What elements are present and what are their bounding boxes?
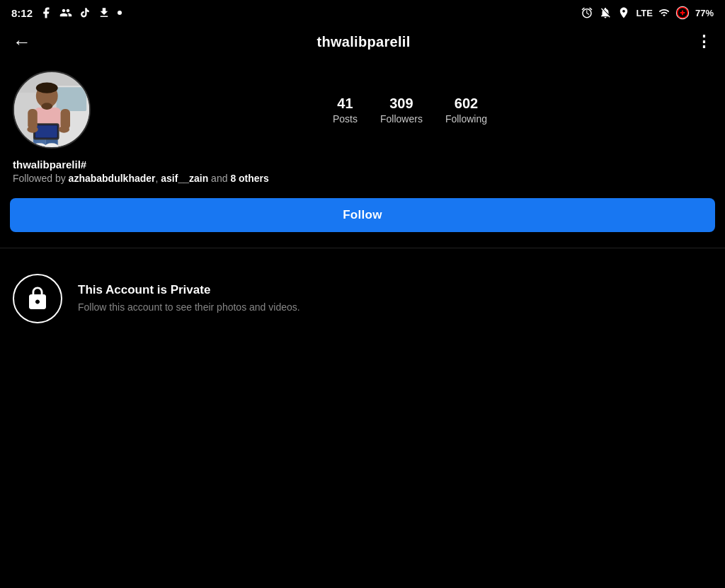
stats-row: 41 Posts 309 Followers 602 Following xyxy=(108,96,712,125)
follow-button-wrapper: Follow xyxy=(0,191,725,243)
private-text: This Account is Private Follow this acco… xyxy=(78,283,300,315)
posts-count: 41 xyxy=(337,96,353,112)
battery-display: 77% xyxy=(695,8,714,18)
avatar-wrapper xyxy=(13,71,91,149)
svg-point-18 xyxy=(27,126,38,133)
avatar xyxy=(13,71,91,149)
back-button[interactable]: ← xyxy=(13,33,31,51)
person-add-icon xyxy=(59,6,72,19)
status-right: LTE 77% xyxy=(581,6,714,20)
lte-label: LTE xyxy=(636,8,653,18)
bio-section: thwalibparelil# Followed by azhababdulkh… xyxy=(0,156,725,191)
svg-rect-5 xyxy=(57,87,86,111)
section-divider xyxy=(0,248,725,248)
stat-following[interactable]: 602 Following xyxy=(445,96,487,125)
bio-followed-by: Followed by azhababdulkhader, asif__zain… xyxy=(13,173,712,184)
svg-point-19 xyxy=(59,126,69,133)
private-description: Follow this account to see their photos … xyxy=(78,301,300,315)
time-display: 8:12 xyxy=(11,7,33,19)
status-bar: 8:12 LTE xyxy=(0,0,725,25)
location-icon xyxy=(617,6,630,19)
download-icon xyxy=(98,6,110,19)
followed-by-prefix: Followed by xyxy=(13,173,69,184)
add-circle-icon xyxy=(675,6,690,20)
private-title: This Account is Private xyxy=(78,283,300,297)
profile-section: 41 Posts 309 Followers 602 Following xyxy=(0,58,725,156)
following-label: Following xyxy=(445,113,487,125)
bio-username: thwalibparelil# xyxy=(13,158,712,171)
svg-point-21 xyxy=(42,103,52,110)
follower-count[interactable]: 8 others xyxy=(230,173,268,184)
followers-count: 309 xyxy=(389,96,413,112)
facebook-icon xyxy=(40,6,52,19)
tiktok-icon xyxy=(79,7,91,18)
status-left: 8:12 xyxy=(11,6,122,19)
posts-label: Posts xyxy=(333,113,358,125)
notification-dot xyxy=(118,11,122,15)
followed-end: and xyxy=(208,173,230,184)
lock-icon xyxy=(25,286,50,311)
followers-label: Followers xyxy=(380,113,423,125)
stat-posts[interactable]: 41 Posts xyxy=(333,96,358,125)
header: ← thwalibparelil ⋮ xyxy=(0,25,725,58)
svg-rect-15 xyxy=(35,125,57,137)
follower-2[interactable]: asif__zain xyxy=(161,173,208,184)
lock-icon-wrapper xyxy=(13,274,62,323)
bell-muted-icon xyxy=(599,6,612,19)
following-count: 602 xyxy=(455,96,478,112)
follow-button[interactable]: Follow xyxy=(10,198,715,232)
private-account-section: This Account is Private Follow this acco… xyxy=(0,253,725,345)
signal-icon xyxy=(658,7,670,18)
follower-1[interactable]: azhababdulkhader xyxy=(69,173,156,184)
profile-username-header: thwalibparelil xyxy=(316,34,410,50)
stat-followers[interactable]: 309 Followers xyxy=(380,96,423,125)
svg-point-7 xyxy=(36,82,58,93)
alarm-icon xyxy=(581,6,593,19)
more-options-button[interactable]: ⋮ xyxy=(696,33,712,51)
